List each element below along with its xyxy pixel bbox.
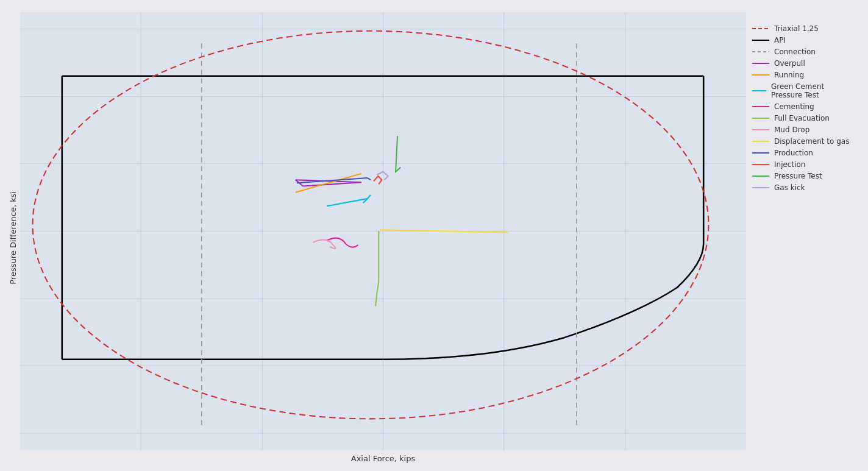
- chart-plot-area: −6 −4 −2 0 2 4 6 −400 −200 0 200 400: [20, 12, 746, 463]
- legend-label-full-evacuation: Full Evacuation: [774, 114, 830, 122]
- chart-container: Pressure Difference, ksi: [0, 0, 868, 471]
- legend-label-disp-gas: Displacement to gas: [774, 137, 849, 146]
- legend-label-production: Production: [774, 149, 813, 157]
- legend-item-mud-drop: Mud Drop: [752, 126, 856, 134]
- legend-item-gcpt: Green Cement Pressure Test: [752, 82, 856, 99]
- legend-item-connection: Connection: [752, 48, 856, 56]
- legend-label-connection: Connection: [774, 48, 816, 56]
- legend-label-gcpt: Green Cement Pressure Test: [771, 82, 856, 99]
- legend-item-injection: Injection: [752, 160, 856, 169]
- legend: Triaxial 1.25 API Connection Overpull Ru…: [746, 12, 862, 459]
- legend-label-overpull: Overpull: [774, 59, 805, 68]
- legend-label-pressure-test: Pressure Test: [774, 172, 822, 180]
- legend-label-api: API: [774, 36, 786, 44]
- legend-item-pressure-test: Pressure Test: [752, 172, 856, 180]
- legend-item-triaxial: Triaxial 1.25: [752, 24, 856, 33]
- legend-item-production: Production: [752, 149, 856, 157]
- legend-label-triaxial: Triaxial 1.25: [774, 24, 819, 33]
- legend-label-gas-kick: Gas kick: [774, 183, 805, 192]
- legend-label-cementing: Cementing: [774, 102, 814, 111]
- legend-item-api: API: [752, 36, 856, 44]
- legend-item-full-evacuation: Full Evacuation: [752, 114, 856, 122]
- legend-item-running: Running: [752, 71, 856, 79]
- x-axis-label: Axial Force, kips: [20, 450, 746, 463]
- legend-label-running: Running: [774, 71, 804, 79]
- chart-area: Pressure Difference, ksi: [6, 12, 746, 459]
- legend-item-cementing: Cementing: [752, 102, 856, 111]
- legend-item-disp-gas: Displacement to gas: [752, 137, 856, 146]
- main-chart-svg: −6 −4 −2 0 2 4 6 −400 −200 0 200 400: [20, 12, 746, 450]
- legend-item-gas-kick: Gas kick: [752, 183, 856, 192]
- y-axis-label: Pressure Difference, ksi: [6, 12, 20, 463]
- legend-label-injection: Injection: [774, 160, 805, 169]
- legend-label-mud-drop: Mud Drop: [774, 126, 809, 134]
- legend-item-overpull: Overpull: [752, 59, 856, 68]
